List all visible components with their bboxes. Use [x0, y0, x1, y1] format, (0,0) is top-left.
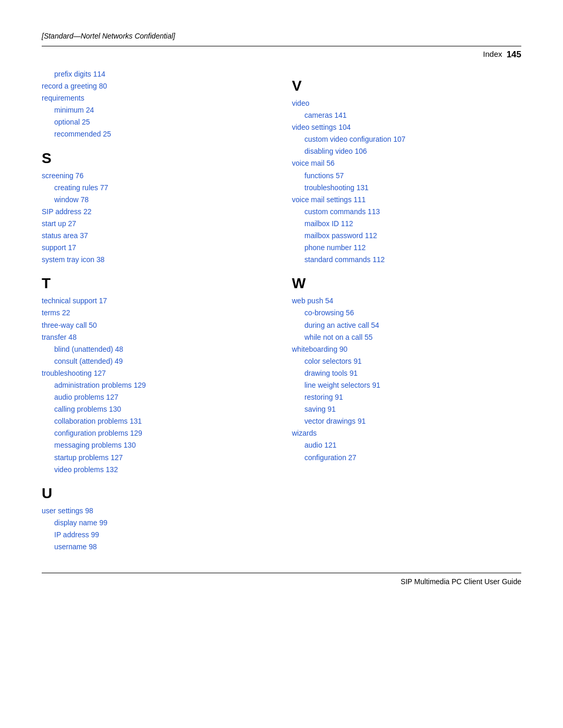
list-item: user settings 98 — [42, 505, 271, 517]
list-item: functions 57 — [292, 170, 521, 182]
list-item: collaboration problems 131 — [42, 415, 271, 427]
list-item: line weight selectors 91 — [292, 379, 521, 391]
list-item: cameras 141 — [292, 109, 521, 121]
list-item: support 17 — [42, 242, 271, 254]
list-item: drawing tools 91 — [292, 367, 521, 379]
list-item: voice mail 56 — [292, 157, 521, 169]
index-label: Index — [483, 50, 503, 60]
list-item: calling problems 130 — [42, 403, 271, 415]
section-v: V video cameras 141 video settings 104 c… — [292, 78, 521, 266]
list-item: color selectors 91 — [292, 355, 521, 367]
list-item: optional 25 — [42, 116, 271, 128]
list-item: administration problems 129 — [42, 379, 271, 391]
list-item: SIP address 22 — [42, 206, 271, 218]
section-letter-u: U — [42, 485, 271, 502]
list-item: video settings 104 — [292, 121, 521, 133]
confidential-label: [Standard—Nortel Networks Confidential] — [42, 32, 175, 40]
list-item: configuration problems 129 — [42, 427, 271, 439]
list-item: technical support 17 — [42, 295, 271, 307]
page: [Standard—Nortel Networks Confidential] … — [0, 0, 563, 728]
section-w: W web push 54 co-browsing 56 during an a… — [292, 275, 521, 463]
section-t: T technical support 17 terms 22 three-wa… — [42, 275, 271, 475]
list-item: screening 76 — [42, 170, 271, 182]
list-item: saving 91 — [292, 403, 521, 415]
list-item: whiteboarding 90 — [292, 343, 521, 355]
list-item: requirements — [42, 92, 271, 104]
list-item: window 78 — [42, 194, 271, 206]
section-letter-v: V — [292, 78, 521, 94]
list-item: during an active call 54 — [292, 319, 521, 331]
list-item: system tray icon 38 — [42, 254, 271, 266]
left-column: prefix digits 114 record a greeting 80 r… — [42, 68, 271, 557]
list-item: custom commands 113 — [292, 206, 521, 218]
page-number: 145 — [507, 50, 521, 60]
list-item: blind (unattended) 48 — [42, 343, 271, 355]
list-item: startup problems 127 — [42, 452, 271, 464]
section-letter-w: W — [292, 275, 521, 292]
list-item: start up 27 — [42, 218, 271, 230]
list-item: consult (attended) 49 — [42, 355, 271, 367]
list-item: prefix digits 114 — [42, 68, 271, 80]
list-item: voice mail settings 111 — [292, 194, 521, 206]
list-item: video — [292, 97, 521, 109]
list-item: phone number 112 — [292, 242, 521, 254]
footer-area: SIP Multimedia PC Client User Guide — [0, 573, 563, 590]
list-item: configuration 27 — [292, 452, 521, 464]
section-s: S screening 76 creating rules 77 window … — [42, 150, 271, 266]
list-item: custom video configuration 107 — [292, 133, 521, 145]
right-column: V video cameras 141 video settings 104 c… — [292, 68, 521, 557]
index-header: Index 145 — [0, 46, 563, 63]
continued-entries: prefix digits 114 record a greeting 80 r… — [42, 68, 271, 141]
section-u: U user settings 98 display name 99 IP ad… — [42, 485, 271, 553]
list-item: standard commands 112 — [292, 254, 521, 266]
list-item: record a greeting 80 — [42, 80, 271, 92]
list-item: three-way call 50 — [42, 319, 271, 331]
list-item: wizards — [292, 427, 521, 439]
list-item: minimum 24 — [42, 104, 271, 116]
list-item: terms 22 — [42, 307, 271, 319]
list-item: audio problems 127 — [42, 391, 271, 403]
section-letter-s: S — [42, 150, 271, 167]
list-item: recommended 25 — [42, 128, 271, 140]
list-item: creating rules 77 — [42, 182, 271, 194]
list-item: web push 54 — [292, 295, 521, 307]
list-item: troubleshooting 127 — [42, 367, 271, 379]
list-item: mailbox ID 112 — [292, 218, 521, 230]
list-item: transfer 48 — [42, 331, 271, 343]
list-item: disabling video 106 — [292, 145, 521, 157]
list-item: display name 99 — [42, 517, 271, 529]
list-item: restoring 91 — [292, 391, 521, 403]
list-item: vector drawings 91 — [292, 415, 521, 427]
list-item: audio 121 — [292, 439, 521, 451]
list-item: messaging problems 130 — [42, 439, 271, 451]
content-area: prefix digits 114 record a greeting 80 r… — [0, 63, 563, 573]
list-item: mailbox password 112 — [292, 230, 521, 242]
header-area: [Standard—Nortel Networks Confidential] — [0, 0, 563, 46]
list-item: video problems 132 — [42, 464, 271, 476]
list-item: status area 37 — [42, 230, 271, 242]
section-letter-t: T — [42, 275, 271, 292]
list-item: username 98 — [42, 541, 271, 553]
footer-text: SIP Multimedia PC Client User Guide — [400, 577, 521, 586]
list-item: IP address 99 — [42, 529, 271, 541]
list-item: while not on a call 55 — [292, 331, 521, 343]
list-item: co-browsing 56 — [292, 307, 521, 319]
list-item: troubleshooting 131 — [292, 182, 521, 194]
